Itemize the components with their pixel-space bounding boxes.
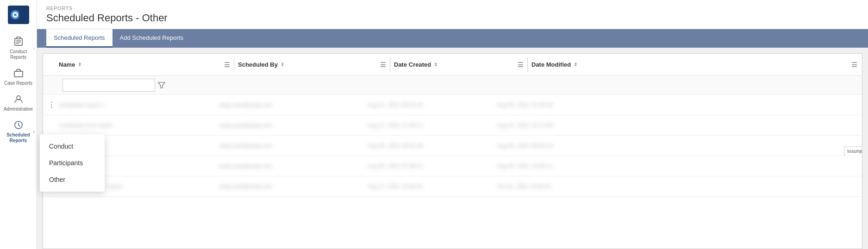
row-cell-date-modified: Aug 21, 2021 10:11:09 [497,122,857,129]
col-divider-3 [527,58,528,72]
row-cell-name: scheduled trust report [59,122,219,129]
sort-icon-name: ⇕ [78,62,81,67]
sidebar-item-administrative[interactable]: Administrative [0,90,37,116]
clipboard-icon [13,36,24,47]
column-header-date-modified[interactable]: Date Modified ⇕ ☰ [531,61,857,68]
row-cell-date-modified: Aug 05, 2021 08:00:13 [497,143,857,149]
row-cell-scheduled-by: andy.user@andy.com [219,183,367,190]
row-actions-menu[interactable]: ⋮ [48,100,59,109]
table-row[interactable]: scheduled test - 1 - report andy.user@an… [43,176,862,197]
sort-icon-date-created: ⇕ [434,62,437,67]
row-cell-date-created: Aug 21, 2021 09:01:04 [367,102,497,108]
row-cell-date-modified: Aug 05, 2021 10:46:48 [497,102,857,108]
svg-point-5 [14,13,17,16]
search-input[interactable] [62,79,155,92]
row-cell-scheduled-by: andy.user@andy.com [219,122,367,129]
table-row[interactable]: trust report andy.user@andy.com Aug 05, … [43,136,862,156]
row-cell-date-created: Aug 27, 2021 16:00:01 [367,183,497,190]
svg-rect-3 [19,11,27,19]
briefcase-icon [13,68,24,79]
column-header-scheduled-by[interactable]: Scheduled By ⇕ ☰ [238,61,386,68]
svg-rect-11 [14,71,23,77]
column-menu-date-created[interactable]: ☰ [518,61,524,68]
page-title: Scheduled Reports - Other [46,12,859,24]
svg-rect-7 [17,37,20,39]
row-cell-scheduled-by: andy.user@andy.com [219,102,367,108]
table-container: Name ⇕ ☰ Scheduled By ⇕ ☰ Date Created ⇕… [43,53,862,249]
column-menu-date-modified[interactable]: ☰ [851,61,857,68]
column-menu-scheduled-by[interactable]: ☰ [380,61,386,68]
column-header-name[interactable]: Name ⇕ ☰ [59,61,230,68]
sidebar-item-scheduled-reports[interactable]: Scheduled Reports › [0,116,37,147]
clock-icon [13,119,24,131]
row-cell-date-created: Aug 21, 2021 11:06:11 [367,122,497,129]
columns-button-label: Columns [847,149,862,154]
chevron-right-icon: › [33,46,35,51]
dropdown-popup: Conduct Participants Other [40,134,105,192]
sidebar-item-label: Case Reports [4,81,32,86]
person-icon [13,93,24,105]
column-menu-name[interactable]: ☰ [224,61,230,68]
row-cell-date-modified: Aug 05, 2021 10:00:11 [497,163,857,169]
sidebar-item-label: Administrative [4,106,33,112]
main-content: REPORTS Scheduled Reports - Other Schedu… [37,0,868,249]
row-cell-scheduled-by: andy.user@andy.com [219,163,367,169]
breadcrumb: REPORTS [46,6,859,11]
row-cell-scheduled-by: andy.user@andy.com [219,143,367,149]
table-row[interactable]: ⋮ scheduled report 1 andy.user@andy.com … [43,95,862,115]
col-divider-1 [234,58,234,72]
sidebar-item-label: Scheduled Reports [2,132,35,143]
dropdown-item-other[interactable]: Other [40,171,105,188]
page-header: REPORTS Scheduled Reports - Other [37,0,868,29]
dropdown-item-conduct[interactable]: Conduct [40,138,105,155]
tab-scheduled-reports[interactable]: Scheduled Reports [46,29,112,48]
dropdown-item-participants[interactable]: Participants [40,155,105,171]
tab-add-scheduled-reports[interactable]: Add Scheduled Reports [112,29,191,48]
chevron-right-icon: › [33,129,35,134]
app-logo[interactable] [7,5,30,25]
table-body: ⋮ scheduled report 1 andy.user@andy.com … [43,95,862,249]
column-header-date-created[interactable]: Date Created ⇕ ☰ [394,61,524,68]
sidebar-item-case-reports[interactable]: Case Reports [0,64,37,90]
table-header: Name ⇕ ☰ Scheduled By ⇕ ☰ Date Created ⇕… [43,54,862,76]
filter-row [43,76,862,95]
filter-button[interactable] [158,81,165,89]
row-cell-date-modified: Oct 02, 2021 16:00:01 [497,183,857,190]
sort-icon-date-modified: ⇕ [574,62,577,67]
row-cell-date-created: Aug 05, 2021 07:08:11 [367,163,497,169]
table-row[interactable]: trust 1005 andy.user@andy.com Aug 05, 20… [43,156,862,176]
sidebar: Conduct Reports › Case Reports Administr… [0,0,37,249]
row-cell-date-created: Aug 05, 2021 09:01:04 [367,143,497,149]
sort-icon-scheduled-by: ⇕ [281,62,284,67]
svg-point-12 [17,96,20,100]
sidebar-item-conduct-reports[interactable]: Conduct Reports › [0,32,37,64]
row-cell-name: scheduled report 1 [59,102,219,108]
columns-button[interactable]: Columns [844,146,862,156]
table-row[interactable]: scheduled trust report andy.user@andy.co… [43,115,862,136]
sidebar-item-label: Conduct Reports [2,49,35,60]
tab-bar: Scheduled Reports Add Scheduled Reports [37,29,868,48]
svg-marker-14 [158,82,165,88]
col-divider-2 [390,58,390,72]
